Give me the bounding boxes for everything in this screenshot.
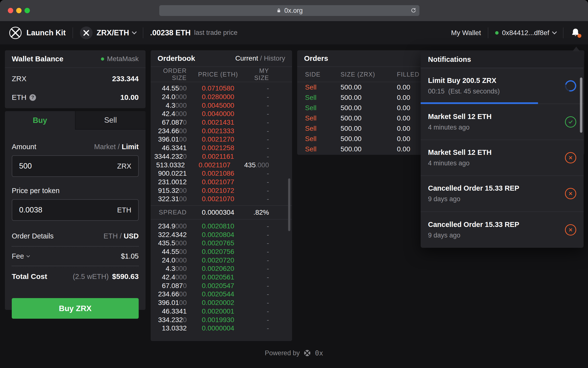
x-circle-icon [565,152,576,163]
price-cell: 0.0021077 [187,178,249,186]
orderbook-sell-row[interactable]: 67.08700.0021431- [151,118,292,127]
price-cell: 0.0040000 [187,110,249,118]
amount-unit: ZRX [117,162,131,170]
chevron-down-icon[interactable] [132,29,137,34]
orderbook-buy-row[interactable]: 4.30000.0020620- [151,264,292,273]
price-input[interactable]: 0.0038 ETH [12,199,139,221]
price-cell: 0.0021086 [187,170,249,177]
orderbook-tabs[interactable]: Current / History [235,54,285,62]
orderbook-sell-row[interactable]: 24.00000.0280000- [151,93,292,101]
orderbook-sell-row[interactable]: 513.03320.0021107435.000 [151,161,292,169]
usd-option[interactable]: USD [124,232,139,240]
orderbook-sell-row[interactable]: 900.02210.0021086- [151,169,292,178]
amount-input[interactable]: 500 ZRX [12,155,139,177]
orderbook-buy-row[interactable]: 42.40000.0020561- [151,273,292,282]
market-pair-selector[interactable]: ZRX/ETH [97,28,129,37]
spinner-icon [563,78,578,94]
my-size-cell: - [249,239,292,247]
price-cell: 0.0020765 [187,239,249,247]
orderbook-buy-row[interactable]: 24.00000.0020720- [151,256,292,264]
account-address[interactable]: 0x84412...df8ef [502,29,549,37]
notification-subtitle: 4 minutes ago [428,124,492,131]
url-bar[interactable]: 0x.org [159,5,419,16]
orderbook-sell-row[interactable]: 46.33410.0021258- [151,144,292,152]
price-cell: 0.0021107 [185,161,244,169]
tab-sell[interactable]: Sell [75,111,146,130]
currency-toggle[interactable]: ETH / USD [104,232,139,240]
orderbook-scrollbar[interactable] [288,178,290,231]
limit-option[interactable]: Limit [122,143,139,151]
orderbook-buy-row[interactable]: 396.01000.0020002- [151,299,292,307]
orderbook-buy-row[interactable]: 435.50000.0020765- [151,239,292,248]
orderbook-sell-row[interactable]: 4.30000.0045000- [151,101,292,110]
notification-title: Cancelled Order 15.33 REP [428,221,519,229]
help-icon[interactable]: ? [29,94,36,101]
notification-text: Limit Buy 200.5 ZRX00:15 (Est. 45 second… [428,77,500,95]
order-size-cell: 322.3100 [151,195,187,203]
price-value[interactable]: 0.0038 [19,206,42,214]
notifications-scrollbar[interactable] [580,78,582,133]
tab-history[interactable]: History [264,54,285,62]
url-text: 0x.org [284,7,303,14]
my-size-cell: 435.000 [244,161,292,169]
minimize-window-icon[interactable] [16,8,22,13]
orderbook-buy-row[interactable]: 234.90000.0020810- [151,222,292,231]
window-controls [8,8,30,13]
side-cell: Sell [297,104,341,112]
orderbook-buy-row[interactable]: 46.33410.0020001- [151,307,292,316]
orderbook-buy-row[interactable]: 44.55000.0020756- [151,248,292,256]
price-cell: 0.0020756 [187,248,249,256]
tab-current[interactable]: Current [235,54,258,62]
order-type-toggle[interactable]: Market / Limit [94,143,139,151]
orderbook-sell-row[interactable]: 915.32000.0021072- [151,186,292,195]
side-cell: Sell [297,114,341,122]
orderbook-buy-row[interactable]: 334.23200.0019930- [151,315,292,324]
orderbook-buy-row[interactable]: 13.03320.0000004- [151,324,292,333]
orderbook-sell-row[interactable]: 396.01000.0021270- [151,135,292,144]
amount-value[interactable]: 500 [19,162,32,171]
total-cost-value: $590.63 [112,272,139,281]
orderbook-sell-row[interactable]: 231.00120.0021077- [151,178,292,186]
eth-option[interactable]: ETH [104,232,118,240]
orderbook-sell-row[interactable]: 42.40000.0040000- [151,110,292,118]
orderbook-buy-row[interactable]: 67.08700.0020547- [151,281,292,290]
reload-icon[interactable] [410,7,416,15]
notification-item[interactable]: Cancelled Order 15.33 REP9 days ago [421,212,584,248]
notification-subtitle: 9 days ago [428,195,519,203]
connection-status-dot [495,31,499,35]
my-wallet-link[interactable]: My Wallet [451,29,481,37]
notification-title: Market Sell 12 ETH [428,148,492,157]
tab-buy[interactable]: Buy [5,111,75,130]
buy-zrx-button[interactable]: Buy ZRX [12,298,139,319]
chevron-down-icon[interactable] [552,29,557,34]
orderbook-sell-row[interactable]: 322.31000.0021070- [151,195,292,203]
notification-item[interactable]: Market Sell 12 ETH4 minutes ago [421,140,584,176]
market-option[interactable]: Market [94,143,116,151]
orderbook-buy-row[interactable]: 234.66000.0020544- [151,290,292,299]
order-size-cell: 513.0332 [151,161,185,169]
close-window-icon[interactable] [8,8,13,13]
my-size-cell: - [249,102,292,109]
side-cell: Sell [297,83,341,91]
notification-item[interactable]: Cancelled Order 15.33 REP9 days ago [421,176,584,212]
orderbook-sell-row[interactable]: 44.55000.0710580- [151,84,292,93]
order-size-cell: 396.0100 [151,299,187,307]
orderbook-sell-row[interactable]: 234.66000.0021333- [151,127,292,135]
notification-item[interactable]: Market Sell 12 ETH4 minutes ago [421,104,584,140]
my-size-cell: - [249,187,292,195]
wallet-balance-title: Wallet Balance [12,55,63,63]
orderbook-sell-row[interactable]: 3344.23200.0021161- [151,152,292,161]
my-size-cell: - [249,222,292,230]
chevron-down-icon[interactable] [26,254,30,257]
zeroex-footer-icon [303,349,311,357]
spread-percent: .82% [249,209,292,216]
spread-row: SPREAD 0.0000304 .82% [151,205,292,220]
divider [73,27,73,38]
orderbook-buy-row[interactable]: 322.43420.0020804- [151,230,292,239]
maximize-window-icon[interactable] [24,8,30,13]
fee-label[interactable]: Fee [12,252,29,260]
order-size-cell: 900.0221 [151,170,187,177]
notification-item[interactable]: Limit Buy 200.5 ZRX00:15 (Est. 45 second… [421,68,584,104]
trade-tabs: Buy Sell [5,111,146,130]
notifications-bell-button[interactable] [571,27,581,38]
